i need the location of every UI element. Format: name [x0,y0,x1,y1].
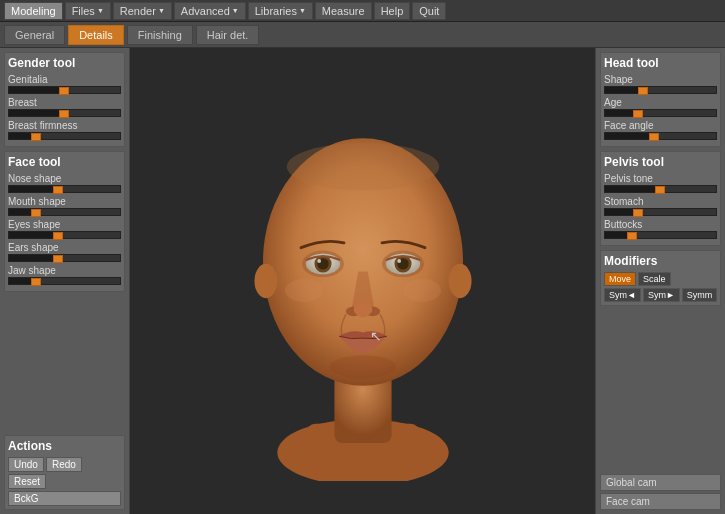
sym-right-button[interactable]: Sym► [643,288,680,302]
tab-details[interactable]: Details [68,25,124,45]
breast-slider-row: Breast [8,97,121,117]
face-angle-slider[interactable] [604,132,717,140]
eyes-shape-row: Eyes shape [8,219,121,239]
menu-quit[interactable]: Quit [412,2,446,20]
svg-point-4 [254,264,277,298]
modifiers-panel: Modifiers Move Scale Sym◄ Sym► Symm [600,250,721,306]
head-3d-render [203,81,523,481]
pelvis-tone-row: Pelvis tone [604,173,717,193]
svg-point-16 [397,259,401,263]
menu-advanced[interactable]: Advanced [174,2,246,20]
mouth-shape-slider[interactable] [8,208,121,216]
menu-bar: Modeling Files Render Advanced Libraries… [0,0,725,22]
mod-row-1: Move Scale [604,272,717,286]
modifiers-title: Modifiers [604,254,717,268]
menu-modeling[interactable]: Modeling [4,2,63,20]
global-cam-button[interactable]: Global cam [600,474,721,491]
pelvis-tool-title: Pelvis tool [604,155,717,169]
reset-button[interactable]: Reset [8,474,46,489]
stomach-slider[interactable] [604,208,717,216]
scale-button[interactable]: Scale [638,272,671,286]
buttocks-row: Buttocks [604,219,717,239]
ears-shape-label: Ears shape [8,242,121,253]
breast-firmness-slider-row: Breast firmness [8,120,121,140]
gender-tool-panel: Gender tool Genitalia Breast Breast firm… [4,52,125,147]
symm-button[interactable]: Symm [682,288,718,302]
svg-point-22 [403,279,441,302]
tab-hair-det[interactable]: Hair det. [196,25,260,45]
nose-shape-label: Nose shape [8,173,121,184]
menu-libraries[interactable]: Libraries [248,2,313,20]
shape-slider[interactable] [604,86,717,94]
menu-help[interactable]: Help [374,2,411,20]
pelvis-tone-slider[interactable] [604,185,717,193]
actions-panel: Actions Undo Redo Reset BckG [4,435,125,510]
tab-general[interactable]: General [4,25,65,45]
breast-firmness-label: Breast firmness [8,120,121,131]
tab-bar: General Details Finishing Hair det. [0,22,725,48]
menu-render[interactable]: Render [113,2,172,20]
breast-firmness-slider[interactable] [8,132,121,140]
nose-shape-slider[interactable] [8,185,121,193]
face-cam-button[interactable]: Face cam [600,493,721,510]
main-layout: Gender tool Genitalia Breast Breast firm… [0,48,725,514]
svg-point-5 [448,264,471,298]
menu-measure[interactable]: Measure [315,2,372,20]
eyes-shape-label: Eyes shape [8,219,121,230]
buttocks-slider[interactable] [604,231,717,239]
face-angle-label: Face angle [604,120,717,131]
svg-point-19 [353,303,372,316]
modifiers-grid: Move Scale Sym◄ Sym► Symm [604,272,717,302]
shape-row: Shape [604,74,717,94]
undo-button[interactable]: Undo [8,457,44,472]
gender-tool-title: Gender tool [8,56,121,70]
buttocks-label: Buttocks [604,219,717,230]
action-buttons: Undo Redo Reset [8,457,121,489]
mod-row-2: Sym◄ Sym► Symm [604,288,717,302]
face-angle-row: Face angle [604,120,717,140]
eyes-shape-slider[interactable] [8,231,121,239]
ears-shape-slider[interactable] [8,254,121,262]
menu-files[interactable]: Files [65,2,111,20]
nose-shape-row: Nose shape [8,173,121,193]
mouth-shape-label: Mouth shape [8,196,121,207]
jaw-shape-slider[interactable] [8,277,121,285]
jaw-shape-row: Jaw shape [8,265,121,285]
bckg-button[interactable]: BckG [8,491,121,506]
right-panel: Head tool Shape Age Face angle [595,48,725,514]
genitalia-slider[interactable] [8,86,121,94]
sym-left-button[interactable]: Sym◄ [604,288,641,302]
shape-label: Shape [604,74,717,85]
age-slider[interactable] [604,109,717,117]
face-tool-panel: Face tool Nose shape Mouth shape Eyes sh… [4,151,125,292]
jaw-shape-label: Jaw shape [8,265,121,276]
genitalia-slider-row: Genitalia [8,74,121,94]
breast-slider[interactable] [8,109,121,117]
age-label: Age [604,97,717,108]
ears-shape-row: Ears shape [8,242,121,262]
redo-button[interactable]: Redo [46,457,82,472]
pelvis-tone-label: Pelvis tone [604,173,717,184]
camera-buttons: Global cam Face cam [600,474,721,510]
face-tool-title: Face tool [8,155,121,169]
breast-label: Breast [8,97,121,108]
actions-title: Actions [8,439,121,453]
mouth-shape-row: Mouth shape [8,196,121,216]
age-row: Age [604,97,717,117]
left-panel: Gender tool Genitalia Breast Breast firm… [0,48,130,514]
svg-point-13 [317,259,321,263]
svg-point-6 [286,143,438,191]
svg-point-20 [329,355,396,378]
tab-finishing[interactable]: Finishing [127,25,193,45]
head-render [130,48,595,514]
genitalia-label: Genitalia [8,74,121,85]
move-button[interactable]: Move [604,272,636,286]
stomach-label: Stomach [604,196,717,207]
stomach-row: Stomach [604,196,717,216]
head-tool-title: Head tool [604,56,717,70]
svg-point-21 [284,279,322,302]
head-tool-panel: Head tool Shape Age Face angle [600,52,721,147]
pelvis-tool-panel: Pelvis tool Pelvis tone Stomach Buttocks [600,151,721,246]
center-viewport: ↖ [130,48,595,514]
